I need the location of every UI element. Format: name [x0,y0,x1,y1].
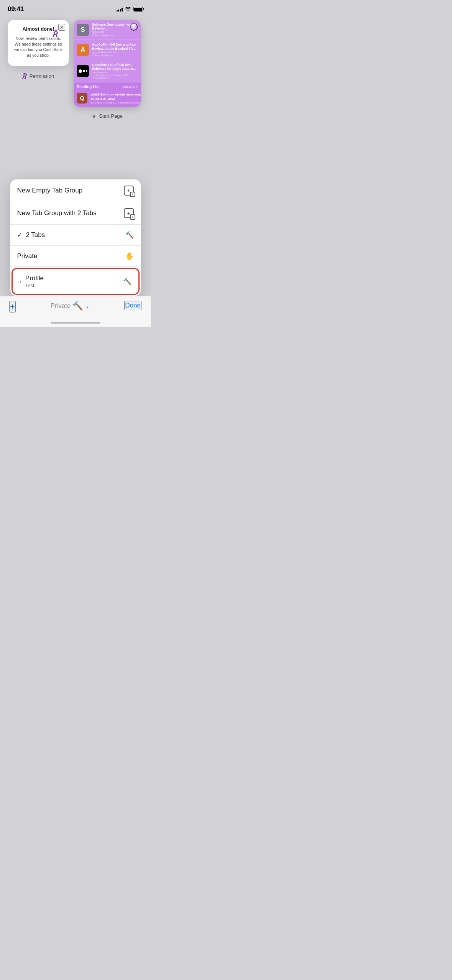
status-time: 09:41 [8,5,24,13]
hammer-icon-2: 🔨 [123,277,131,286]
reading-list-section: Reading List Show All > Q QUESTION from … [74,82,141,107]
star-icon: ★ [92,113,97,119]
permission-card: ✕ R̃ Almost done! Now, review permission… [8,20,69,66]
bookmark-item-3[interactable]: Complete List of iOS URL Schemes for App… [74,60,141,82]
bookmark-url-3: medium.com [92,71,138,74]
hammer-icon-1: 🔨 [125,231,134,239]
start-page-container: ✕ S Software Downloads - Apple Develop..… [74,20,141,119]
toolbar-hammer-icon[interactable]: 🔨 [72,301,83,311]
tab-group-menu: New Empty Tab Group + + New Tab Group wi… [10,179,141,296]
permission-card-container: ✕ R̃ Almost done! Now, review permission… [8,20,69,119]
done-button[interactable]: Done [124,301,141,310]
bookmark-title-3: Complete List of iOS URL Schemes for App… [92,63,138,71]
reading-list-title: Reading List [77,85,100,89]
bookmark-item-1[interactable]: S Software Downloads - Apple Develop... … [74,20,141,40]
hand-icon: ✋ [125,252,134,260]
menu-item-profile-wrapper: › Profile Test 🔨 [10,267,141,296]
start-page-label-row: ★ Start Page [92,113,122,119]
menu-item-private-label: Private [17,252,38,260]
bookmark-title-2: AppCoFe - iOS Dev and App Review: Apple … [92,43,138,50]
medium-logo [77,65,89,77]
menu-item-new-tab-group-label: New Tab Group with 2 Tabs [17,209,97,217]
tab-add-icon-2: + + [124,208,134,218]
toolbar-center-group: Private 🔨 ⌄ [51,301,90,311]
checkmark-icon: ✓ [17,232,22,238]
menu-item-profile-label: Profile [25,275,44,282]
menu-item-profile[interactable]: › Profile Test 🔨 [12,268,140,295]
signal-icon [117,7,123,12]
battery-icon [133,7,143,12]
cards-area: ✕ R̃ Almost done! Now, review permission… [0,16,151,119]
bookmark-source-1: ⊡ From Bookmarks [92,34,138,37]
permission-label-row: R Permission [23,72,54,80]
bookmark-avatar-1: S [77,24,89,36]
menu-item-2-tabs[interactable]: ✓ 2 Tabs 🔨 [10,225,141,246]
add-tab-button[interactable]: + [9,301,16,312]
menu-item-profile-subtext: Test [25,283,44,288]
permission-r-label: R [23,72,27,80]
wifi-icon [125,7,131,12]
menu-item-new-empty-tab-group[interactable]: New Empty Tab Group + + [10,179,141,202]
bookmark-url-1: apple.com [92,31,138,33]
bookmark-item-2[interactable]: A AppCoFe - iOS Dev and App Review: Appl… [74,40,141,60]
bookmark-avatar-2: A [77,44,89,56]
menu-item-new-tab-group-with-tabs[interactable]: New Tab Group with 2 Tabs + + [10,202,141,225]
tab-add-icon: + + [124,186,134,196]
permission-close-button[interactable]: ✕ [58,24,65,31]
reading-avatar-1: Q [77,93,87,104]
private-label: Private [51,302,71,310]
start-page-label: Start Page [99,113,122,119]
menu-item-new-empty-tab-group-label: New Empty Tab Group [17,187,83,194]
start-page-card: ✕ S Software Downloads - Apple Develop..… [74,20,141,107]
reading-title-1: QUESTION from Arnold, Maryland, on June … [90,93,141,101]
menu-item-2-tabs-label: 2 Tabs [26,231,45,239]
bookmark-source-3: ☁ Tab Opened on "Justin's 2021 MacBook P… [92,74,138,79]
bookmark-source-2: ⊡ From Bookmarks [92,54,138,57]
reading-url-1: apstylebook.com/sear...ry=head+start&but… [90,101,141,104]
home-indicator [51,322,100,324]
reading-item-1[interactable]: Q QUESTION from Arnold, Maryland, on Jun… [77,90,138,106]
status-bar: 09:41 [0,0,151,16]
toolbar-chevron-icon[interactable]: ⌄ [85,303,90,309]
start-page-close-button[interactable]: ✕ [130,23,138,31]
show-all-button[interactable]: Show All > [123,85,138,89]
status-icons [117,7,143,12]
bookmark-url-2: appcofe.blogspot.com [92,51,138,54]
rakuten-r-icon: R̃ [52,30,58,39]
menu-item-private[interactable]: Private ✋ [10,246,141,267]
permission-label: Permission [30,73,54,79]
chevron-right-icon: › [20,278,21,285]
